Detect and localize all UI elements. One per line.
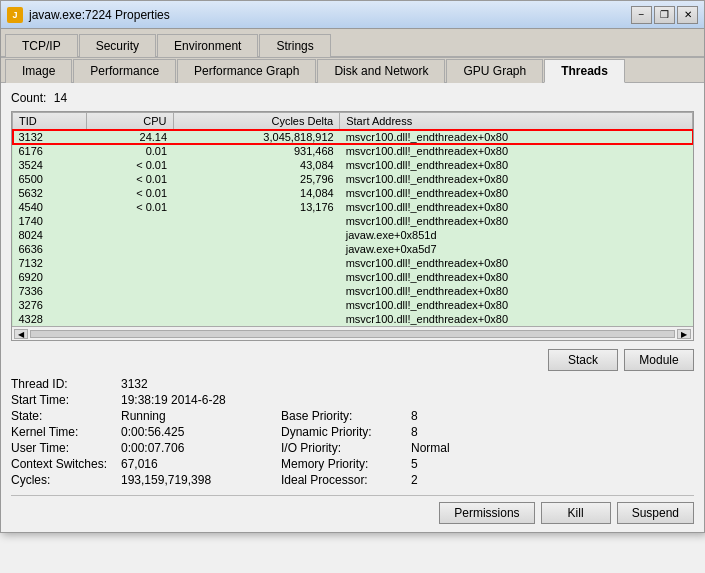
table-row[interactable]: 7336msvcr100.dll!_endthreadex+0x80 xyxy=(13,284,693,298)
cell-address: msvcr100.dll!_endthreadex+0x80 xyxy=(340,284,693,298)
window-controls: − ❐ ✕ xyxy=(631,6,698,24)
col-header-cpu: CPU xyxy=(86,113,173,130)
count-label: Count: xyxy=(11,91,46,105)
memory-priority-value: 5 xyxy=(411,457,491,471)
col-header-address: Start Address xyxy=(340,113,693,130)
tab-image[interactable]: Image xyxy=(5,59,72,83)
module-button[interactable]: Module xyxy=(624,349,694,371)
cell-tid: 6176 xyxy=(13,144,87,158)
memory-priority-label: Memory Priority: xyxy=(281,457,411,471)
tab-performance-graph[interactable]: Performance Graph xyxy=(177,59,316,83)
tab-row-1: TCP/IP Security Environment Strings xyxy=(1,29,704,57)
cycles-label: Cycles: xyxy=(11,473,121,487)
tab-disk-network[interactable]: Disk and Network xyxy=(317,59,445,83)
permissions-button[interactable]: Permissions xyxy=(439,502,534,524)
tab-threads[interactable]: Threads xyxy=(544,59,625,83)
kill-button[interactable]: Kill xyxy=(541,502,611,524)
thread-table: TID CPU Cycles Delta Start Address 31322… xyxy=(12,112,693,326)
cell-cycles: 3,045,818,912 xyxy=(173,130,340,145)
table-row[interactable]: 6636javaw.exe+0xa5d7 xyxy=(13,242,693,256)
cell-tid: 4328 xyxy=(13,312,87,326)
window-title: javaw.exe:7224 Properties xyxy=(29,8,631,22)
base-priority-value: 8 xyxy=(411,409,491,423)
col-header-tid: TID xyxy=(13,113,87,130)
cell-address: msvcr100.dll!_endthreadex+0x80 xyxy=(340,298,693,312)
table-row[interactable]: 3524< 0.0143,084msvcr100.dll!_endthreade… xyxy=(13,158,693,172)
cell-tid: 7132 xyxy=(13,256,87,270)
cell-tid: 7336 xyxy=(13,284,87,298)
cell-cpu: < 0.01 xyxy=(86,186,173,200)
cell-address: msvcr100.dll!_endthreadex+0x80 xyxy=(340,144,693,158)
cell-cpu xyxy=(86,312,173,326)
thread-id-label: Thread ID: xyxy=(11,377,121,391)
cell-cpu xyxy=(86,298,173,312)
table-row[interactable]: 313224.143,045,818,912msvcr100.dll!_endt… xyxy=(13,130,693,145)
restore-button[interactable]: ❐ xyxy=(654,6,675,24)
cell-cycles xyxy=(173,256,340,270)
table-row[interactable]: 5632< 0.0114,084msvcr100.dll!_endthreade… xyxy=(13,186,693,200)
tab-strings[interactable]: Strings xyxy=(259,34,330,57)
context-switches-label: Context Switches: xyxy=(11,457,121,471)
cell-cpu: 0.01 xyxy=(86,144,173,158)
dynamic-priority-label: Dynamic Priority: xyxy=(281,425,411,439)
table-row[interactable]: 61760.01931,468msvcr100.dll!_endthreadex… xyxy=(13,144,693,158)
horizontal-scrollbar[interactable] xyxy=(30,330,675,338)
cell-address: msvcr100.dll!_endthreadex+0x80 xyxy=(340,256,693,270)
cell-cycles xyxy=(173,242,340,256)
cell-cpu xyxy=(86,284,173,298)
bottom-buttons: Permissions Kill Suspend xyxy=(11,495,694,524)
cell-cycles xyxy=(173,284,340,298)
tab-gpu-graph[interactable]: GPU Graph xyxy=(446,59,543,83)
close-button[interactable]: ✕ xyxy=(677,6,698,24)
table-row[interactable]: 8024javaw.exe+0x851d xyxy=(13,228,693,242)
io-priority-label: I/O Priority: xyxy=(281,441,411,455)
tab-tcpip[interactable]: TCP/IP xyxy=(5,34,78,57)
suspend-button[interactable]: Suspend xyxy=(617,502,694,524)
cell-cycles xyxy=(173,298,340,312)
tab-environment[interactable]: Environment xyxy=(157,34,258,57)
cell-tid: 3524 xyxy=(13,158,87,172)
stack-module-row: Stack Module xyxy=(11,349,694,371)
cell-cycles: 13,176 xyxy=(173,200,340,214)
kernel-time-label: Kernel Time: xyxy=(11,425,121,439)
cell-address: msvcr100.dll!_endthreadex+0x80 xyxy=(340,172,693,186)
cell-cpu xyxy=(86,242,173,256)
scroll-right-btn[interactable]: ▶ xyxy=(677,329,691,339)
table-row[interactable]: 3276msvcr100.dll!_endthreadex+0x80 xyxy=(13,298,693,312)
table-row[interactable]: 7132msvcr100.dll!_endthreadex+0x80 xyxy=(13,256,693,270)
cell-address: msvcr100.dll!_endthreadex+0x80 xyxy=(340,186,693,200)
tab-security[interactable]: Security xyxy=(79,34,156,57)
cell-cpu: < 0.01 xyxy=(86,172,173,186)
table-row[interactable]: 1740msvcr100.dll!_endthreadex+0x80 xyxy=(13,214,693,228)
cell-cycles: 25,796 xyxy=(173,172,340,186)
cell-cycles xyxy=(173,214,340,228)
cell-cycles xyxy=(173,312,340,326)
cell-tid: 6920 xyxy=(13,270,87,284)
cell-cycles: 43,084 xyxy=(173,158,340,172)
table-row[interactable]: 4328msvcr100.dll!_endthreadex+0x80 xyxy=(13,312,693,326)
count-value: 14 xyxy=(54,91,67,105)
start-time-value: 19:38:19 2014-6-28 xyxy=(121,393,491,407)
cell-tid: 5632 xyxy=(13,186,87,200)
table-row[interactable]: 4540< 0.0113,176msvcr100.dll!_endthreade… xyxy=(13,200,693,214)
cycles-value: 193,159,719,398 xyxy=(121,473,281,487)
tab-performance[interactable]: Performance xyxy=(73,59,176,83)
cell-address: javaw.exe+0x851d xyxy=(340,228,693,242)
cell-address: msvcr100.dll!_endthreadex+0x80 xyxy=(340,214,693,228)
minimize-button[interactable]: − xyxy=(631,6,652,24)
cell-cpu xyxy=(86,228,173,242)
cell-cycles: 14,084 xyxy=(173,186,340,200)
scroll-left-btn[interactable]: ◀ xyxy=(14,329,28,339)
user-time-label: User Time: xyxy=(11,441,121,455)
content-area: Count: 14 TID CPU Cycles Delta Start Add… xyxy=(1,83,704,532)
kernel-time-value: 0:00:56.425 xyxy=(121,425,281,439)
cell-cycles xyxy=(173,270,340,284)
dynamic-priority-value: 8 xyxy=(411,425,491,439)
table-row[interactable]: 6500< 0.0125,796msvcr100.dll!_endthreade… xyxy=(13,172,693,186)
table-row[interactable]: 6920msvcr100.dll!_endthreadex+0x80 xyxy=(13,270,693,284)
cell-tid: 3276 xyxy=(13,298,87,312)
stack-button[interactable]: Stack xyxy=(548,349,618,371)
cell-cpu: 24.14 xyxy=(86,130,173,145)
cell-tid: 1740 xyxy=(13,214,87,228)
state-value: Running xyxy=(121,409,281,423)
